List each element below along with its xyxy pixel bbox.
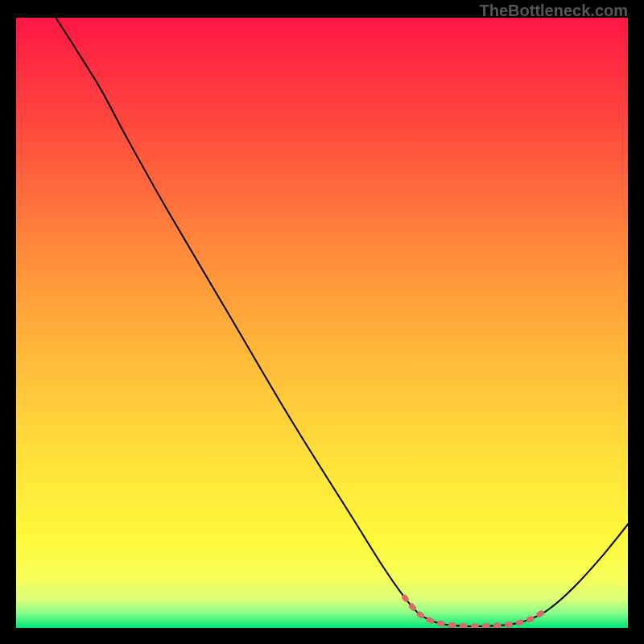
watermark-text: TheBottleneck.com (480, 2, 628, 20)
plot-svg (16, 18, 628, 628)
chart-container: TheBottleneck.com (0, 0, 644, 644)
gradient-background (16, 18, 628, 628)
